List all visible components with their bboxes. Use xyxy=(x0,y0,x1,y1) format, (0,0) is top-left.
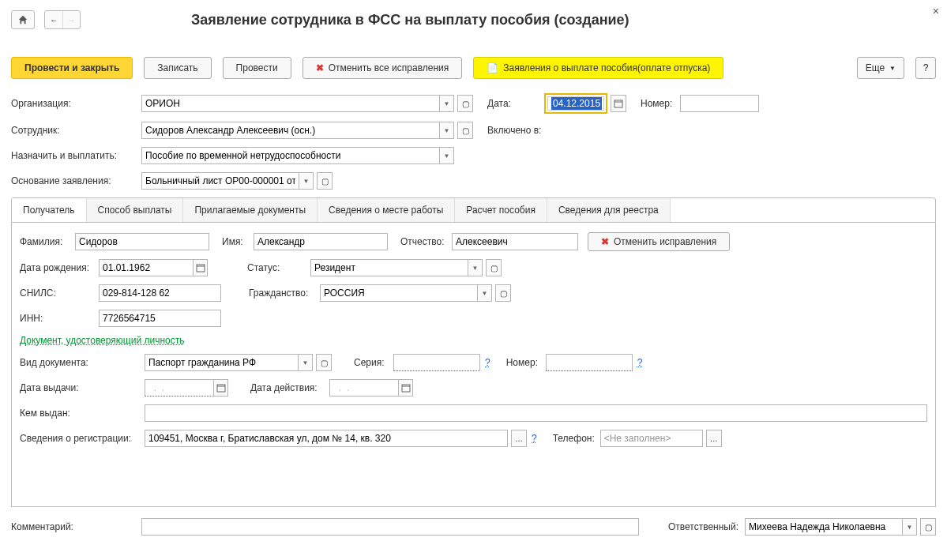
doctype-dropdown[interactable]: ▼ xyxy=(299,354,313,371)
docnum-hint[interactable]: ? xyxy=(637,357,643,368)
reginfo-label: Сведения о регистрации: xyxy=(20,433,145,444)
issuedate-cal[interactable] xyxy=(214,379,228,397)
close-icon[interactable]: × xyxy=(933,5,939,17)
docnum-label: Номер: xyxy=(506,357,546,368)
birth-label: Дата рождения: xyxy=(20,262,99,273)
org-dropdown[interactable]: ▼ xyxy=(440,95,454,112)
tab-recipient[interactable]: Получатель xyxy=(12,198,87,222)
reginfo-hint[interactable]: ? xyxy=(532,433,537,444)
issuedate-label: Дата выдачи: xyxy=(20,382,145,393)
basis-dropdown[interactable]: ▼ xyxy=(299,172,314,190)
validdate-cal[interactable] xyxy=(399,379,413,397)
patronym-label: Отчество: xyxy=(400,236,452,247)
phone-input[interactable] xyxy=(600,430,703,447)
responsible-open[interactable]: ▢ xyxy=(920,518,936,536)
tab-payment-method[interactable]: Способ выплаты xyxy=(87,198,184,222)
responsible-label: Ответственный: xyxy=(668,521,738,532)
identity-doc-section[interactable]: Документ, удостоверяющий личность xyxy=(20,335,184,346)
svg-rect-6 xyxy=(402,385,410,392)
page-title: Заявление сотрудника в ФСС на выплату по… xyxy=(191,12,629,28)
reginfo-input[interactable] xyxy=(145,430,508,447)
emp-dropdown[interactable]: ▼ xyxy=(440,122,454,139)
citizen-open[interactable]: ▢ xyxy=(495,284,511,302)
inn-label: ИНН: xyxy=(20,313,99,324)
org-open[interactable]: ▢ xyxy=(457,95,473,112)
responsible-dropdown[interactable]: ▼ xyxy=(903,518,917,536)
phone-open[interactable]: … xyxy=(706,430,722,447)
org-input[interactable] xyxy=(141,95,440,112)
svg-rect-0 xyxy=(614,100,622,107)
cancel-icon: ✖ xyxy=(601,236,609,247)
responsible-input[interactable] xyxy=(745,518,903,536)
back-button[interactable]: ← xyxy=(45,11,62,28)
chevron-down-icon: ▼ xyxy=(889,65,896,72)
status-dropdown[interactable]: ▼ xyxy=(468,259,483,276)
number-input[interactable] xyxy=(680,95,759,112)
emp-input[interactable] xyxy=(141,122,440,139)
document-icon: 📄 xyxy=(487,62,498,73)
inn-input[interactable] xyxy=(99,310,221,327)
basis-input[interactable] xyxy=(141,172,299,190)
docnum-input[interactable] xyxy=(546,354,633,371)
doctype-open[interactable]: ▢ xyxy=(316,354,332,371)
patronym-input[interactable] xyxy=(452,233,578,250)
cancel-all-button[interactable]: ✖ Отменить все исправления xyxy=(303,57,463,79)
date-input[interactable]: 04.12.2015 xyxy=(547,96,604,111)
org-label: Организация: xyxy=(11,98,141,109)
help-button[interactable]: ? xyxy=(915,57,936,79)
status-input[interactable] xyxy=(310,259,468,276)
emp-label: Сотрудник: xyxy=(11,125,141,136)
more-button[interactable]: Еще ▼ xyxy=(857,57,904,79)
forward-button[interactable]: → xyxy=(62,11,80,28)
status-label: Статус: xyxy=(247,262,310,273)
tab-registry-info[interactable]: Сведения для реестра xyxy=(547,198,671,222)
assignpay-label: Назначить и выплатить: xyxy=(11,150,141,161)
cancel-fixes-button[interactable]: ✖ Отменить исправления xyxy=(588,232,730,251)
emp-open[interactable]: ▢ xyxy=(457,122,473,139)
post-and-close-button[interactable]: Провести и закрыть xyxy=(11,57,133,79)
save-button[interactable]: Записать xyxy=(144,57,211,79)
citizen-dropdown[interactable]: ▼ xyxy=(478,284,492,302)
doctype-input[interactable] xyxy=(145,354,299,371)
phone-label: Телефон: xyxy=(553,433,600,444)
nav-back-forward[interactable]: ← → xyxy=(44,10,81,29)
tabs: Получатель Способ выплаты Прилагаемые до… xyxy=(11,197,936,223)
birth-input[interactable] xyxy=(99,259,194,276)
issuedby-input[interactable] xyxy=(145,404,927,422)
birth-calendar[interactable] xyxy=(194,259,208,276)
series-input[interactable] xyxy=(393,354,480,371)
status-open[interactable]: ▢ xyxy=(486,259,502,276)
snils-input[interactable] xyxy=(99,284,221,302)
issuedate-input[interactable] xyxy=(145,379,214,397)
issuedby-label: Кем выдан: xyxy=(20,408,145,419)
number-label: Номер: xyxy=(641,98,680,109)
doctype-label: Вид документа: xyxy=(20,357,145,368)
surname-input[interactable] xyxy=(75,233,209,250)
tab-workplace-info[interactable]: Сведения о месте работы xyxy=(318,198,455,222)
basis-label: Основание заявления: xyxy=(11,175,141,186)
name-label: Имя: xyxy=(222,236,254,247)
post-button[interactable]: Провести xyxy=(223,57,291,79)
assignpay-dropdown[interactable]: ▼ xyxy=(440,147,454,164)
comment-label: Комментарий: xyxy=(11,521,90,532)
included-label: Включено в: xyxy=(487,125,541,136)
snils-label: СНИЛС: xyxy=(20,288,99,299)
svg-rect-4 xyxy=(217,385,225,392)
comment-input[interactable] xyxy=(141,518,639,536)
tab-attached-docs[interactable]: Прилагаемые документы xyxy=(183,198,318,222)
svg-rect-2 xyxy=(197,265,205,272)
basis-open[interactable]: ▢ xyxy=(317,172,333,190)
date-calendar[interactable] xyxy=(611,95,626,112)
tab-calculation[interactable]: Расчет пособия xyxy=(455,198,547,222)
validdate-input[interactable] xyxy=(329,379,399,397)
reginfo-open[interactable]: … xyxy=(511,430,527,447)
related-statements-button[interactable]: 📄 Заявления о выплате пособия(оплате отп… xyxy=(473,57,723,79)
validdate-label: Дата действия: xyxy=(250,382,329,393)
home-button[interactable] xyxy=(11,10,35,29)
name-input[interactable] xyxy=(254,233,388,250)
series-hint[interactable]: ? xyxy=(485,357,490,368)
citizen-input[interactable] xyxy=(320,284,478,302)
date-label: Дата: xyxy=(487,98,527,109)
cancel-icon: ✖ xyxy=(316,62,324,73)
assignpay-input[interactable] xyxy=(141,147,440,164)
